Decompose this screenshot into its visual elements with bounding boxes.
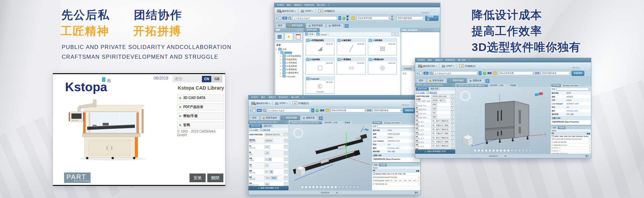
menu-item[interactable]: 附加件(X) xyxy=(305,4,314,7)
export-cad-button[interactable]: 输出到CAD xyxy=(276,9,297,13)
main-tab[interactable]: + xyxy=(344,24,349,28)
breadcrumb-category[interactable]: kstopa xyxy=(321,33,327,36)
menu-item[interactable]: 窗口(W) xyxy=(317,4,325,7)
edit-param-button[interactable] xyxy=(451,144,454,148)
chevron-down-icon[interactable] xyxy=(250,109,251,112)
tab-tech-data[interactable]: 技术资料（公制） xyxy=(323,121,340,124)
bom-row[interactable]: B-Caster_J4 xyxy=(551,149,591,152)
main-tab[interactable]: 零部件选择 xyxy=(260,115,280,120)
part-card[interactable]: A.卧型输送模组 19-6-13 ◢ xyxy=(305,38,335,56)
smart-search-button[interactable]: 智能搜索 xyxy=(572,71,584,76)
viewport-toolbar[interactable] xyxy=(474,149,532,152)
menu-item[interactable]: 文件(F) xyxy=(251,96,258,99)
view-2d-button[interactable]: 2D视图(2) xyxy=(291,101,310,106)
tree-item[interactable]: Copyright xyxy=(276,75,302,78)
step-format-button[interactable]: STEP xyxy=(441,64,455,68)
aux-variables-checkbox[interactable]: 辅助变量 xyxy=(427,91,437,94)
catalogs-view-button[interactable] xyxy=(275,33,284,41)
favorites-button[interactable] xyxy=(284,33,293,41)
viewport-3d[interactable]: Y xyxy=(289,124,372,190)
edit-param-button[interactable] xyxy=(451,94,454,98)
tab-2d-view[interactable]: 二维视图 xyxy=(507,84,518,87)
grid-view-button[interactable] xyxy=(395,33,399,36)
search-label[interactable]: 搜索 xyxy=(320,109,324,112)
filter-select[interactable] xyxy=(556,88,590,91)
tab-combined-list[interactable]: 组合式列表 xyxy=(249,125,262,128)
tree-root[interactable]: 目录 xyxy=(276,48,302,51)
main-variables-checkbox[interactable]: 主变量 xyxy=(416,91,425,94)
close-icon[interactable] xyxy=(437,29,439,31)
close-button[interactable]: 關閉 xyxy=(207,174,223,182)
edit-param-button[interactable] xyxy=(284,182,288,186)
tab-structure[interactable]: 结构 xyxy=(551,126,557,129)
param-value-field[interactable]: BSZ5LB xyxy=(265,139,273,142)
param-value-field[interactable]: A3：双开门-面板亚克 xyxy=(431,128,449,131)
tree-item[interactable]: E.通用模组 xyxy=(276,68,302,71)
param-value-field[interactable]: A1：单侧右开门-面板 xyxy=(431,132,449,135)
menu-item[interactable]: 输出 xyxy=(261,96,265,99)
fulltext-search-input[interactable] xyxy=(292,16,337,20)
edit-param-button[interactable] xyxy=(451,136,454,139)
expander-icon[interactable] xyxy=(280,75,282,77)
history-button[interactable] xyxy=(294,33,303,41)
param-value-field[interactable]: 09.6 xyxy=(265,145,270,149)
edit-param-button[interactable] xyxy=(451,115,454,119)
tree-item[interactable]: A.卧型输送模组 xyxy=(276,54,302,58)
main-tab[interactable]: + xyxy=(319,116,323,120)
breadcrumb-root[interactable]: 目录 xyxy=(309,33,313,36)
step-format-button[interactable]: STEP xyxy=(274,101,288,105)
tree-item[interactable]: C.供料模组 xyxy=(276,61,302,64)
scope-select[interactable]: 所有目录和分类 xyxy=(498,71,534,75)
bom-row[interactable]: BSZ5LB-1009-240-S-V1-NY-T20J-1B1 xyxy=(372,172,420,176)
main-tab[interactable]: + xyxy=(485,79,490,83)
tab-bom[interactable]: 构成表 xyxy=(379,163,387,166)
menu-item[interactable]: 窗口(W) xyxy=(458,59,466,62)
part-card[interactable]: F.通用标准件 19-6-19 ◎ xyxy=(368,57,397,75)
menu-item[interactable]: 窗口(W) xyxy=(291,96,299,99)
edit-param-button[interactable] xyxy=(284,145,288,149)
param-value-field[interactable]: BSZ5LB-1009-240-S-V1-N xyxy=(265,133,283,136)
language-gb-button[interactable]: GB xyxy=(212,76,222,82)
param-alt-option[interactable]: R xyxy=(270,170,273,174)
tab-combined-list[interactable]: 组合式列表 xyxy=(416,87,429,91)
edit-param-button[interactable] xyxy=(284,164,288,167)
expander-icon[interactable] xyxy=(280,68,282,70)
smart-search-button[interactable]: 智能搜索 xyxy=(425,16,439,21)
menu-item[interactable]: 视图(V) xyxy=(268,96,276,99)
main-tab[interactable]: 助手 xyxy=(250,115,260,120)
tab-2d-view[interactable]: 二维视图 xyxy=(341,121,352,124)
param-alt-option[interactable]: D xyxy=(268,158,272,161)
tree-item-kstopa[interactable]: kstopa xyxy=(276,51,302,54)
step-format-button[interactable]: STEP xyxy=(300,9,314,13)
edit-param-button[interactable] xyxy=(451,98,454,102)
menu-item[interactable]: 输出 xyxy=(287,4,291,7)
chevron-down-icon[interactable] xyxy=(276,17,277,19)
expander-icon[interactable] xyxy=(280,65,282,67)
param-value-field[interactable]: 1600 xyxy=(431,103,437,106)
bom-row[interactable]: B-16001200C1C1C1C11 xyxy=(551,144,591,147)
edit-param-button[interactable] xyxy=(451,128,454,131)
fulltext-search-input[interactable] xyxy=(434,71,477,75)
bom-row[interactable]: B-BSZ5LB1009-A240'V1','V2','V3','V4','V5… xyxy=(372,179,420,183)
tree-item[interactable]: F.通用标准件 xyxy=(276,71,302,75)
main-variables-checkbox[interactable]: 主变量 xyxy=(250,129,258,131)
menu-item[interactable]: ? xyxy=(302,96,304,99)
tab-vertical[interactable]: 垂直方向 xyxy=(262,125,273,128)
fulltext-search-input[interactable] xyxy=(267,108,310,112)
edit-param-button[interactable] xyxy=(451,119,454,123)
edit-param-button[interactable] xyxy=(284,139,288,143)
param-value-field[interactable]: NY xyxy=(265,170,269,174)
tab-vertical[interactable]: 垂直方向 xyxy=(429,87,440,91)
main-tab[interactable]: 搜索结果 xyxy=(326,23,343,28)
maximize-icon[interactable] xyxy=(297,29,299,31)
tab-part-query[interactable]: 零件查询 xyxy=(551,84,561,87)
expander-icon[interactable] xyxy=(280,72,282,74)
param-value-field[interactable]: A3：双开门-面板亚克 xyxy=(431,136,449,139)
menu-item[interactable]: ? xyxy=(328,4,329,6)
search-checkbox[interactable] xyxy=(253,109,256,112)
install-button[interactable]: 安装 xyxy=(190,174,206,182)
installer-menu-item[interactable]: PDF产品目录 xyxy=(177,103,224,110)
param-value-field[interactable]: SDFR2：双开门 xyxy=(431,99,445,102)
search-label[interactable]: 搜索 xyxy=(487,72,492,75)
scope-select[interactable]: 所有目录和分类 xyxy=(331,108,366,112)
